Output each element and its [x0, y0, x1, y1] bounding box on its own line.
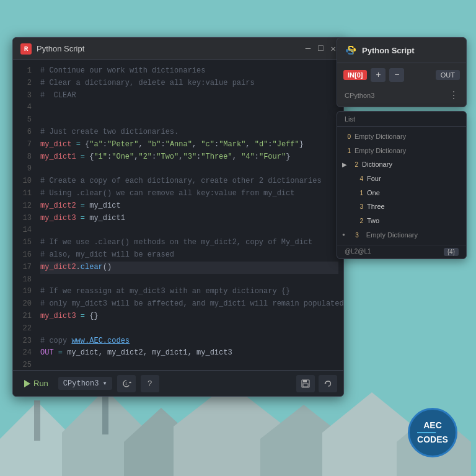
window-title: Python Script [37, 44, 84, 53]
chevron-down-icon: ▾ [102, 379, 107, 388]
script-icon-button[interactable]: 3 [117, 375, 136, 392]
list-subitem-3[interactable]: 3 Three [337, 200, 466, 214]
save-button[interactable] [296, 375, 315, 392]
window-controls: — □ ✕ [306, 43, 336, 54]
run-button[interactable]: Run [19, 376, 53, 390]
window-titlebar: R Python Script — □ ✕ [13, 38, 343, 60]
widget-title: Python Script [362, 46, 415, 55]
code-line-3: # CLEAR [40, 90, 338, 102]
code-line-16: # also, my_dict will be erased [40, 249, 338, 262]
python-script-widget: Python Script IN[0] + − OUT CPython3 ⋮ [337, 37, 467, 107]
play-icon [24, 380, 30, 387]
toolbar-right [296, 375, 337, 392]
list-items-container: 0 Empty Dictionary 1 Empty Dictionary ▶ … [337, 127, 466, 245]
code-line-7: my_dict = {"a":"Peter", "b":"Anna", "c":… [40, 139, 338, 151]
code-line-19: # If we reassign at my_dict3 with an emp… [40, 286, 338, 298]
code-line-15: # If we use .clear() methods on the my_d… [40, 237, 338, 249]
interpreter-label: CPython3 [345, 92, 374, 99]
code-line-14 [40, 224, 338, 237]
code-line-1: # Continue our work with dictionaries [40, 65, 338, 77]
list-footer: @L2@L1 {4} [337, 245, 466, 258]
list-item-2[interactable]: ▶ 2 Dictionary [337, 157, 466, 172]
list-widget-header: List [337, 112, 466, 127]
code-line-11: # Using .clear() we can remove all key:v… [40, 188, 338, 200]
line-numbers: 12345 678910 1112131415 1617181920 21222… [13, 65, 35, 365]
svg-rect-7 [34, 400, 40, 441]
more-options-button[interactable]: ⋮ [449, 89, 459, 102]
list-subitem-1[interactable]: 1 One [337, 186, 466, 200]
code-line-25 [40, 359, 338, 365]
undo-button[interactable] [319, 375, 337, 392]
window-app-icon: R [20, 43, 32, 55]
save-icon [301, 379, 310, 388]
code-line-20: # only my_dict3 will be affected, and my… [40, 298, 338, 311]
list-subitem-4[interactable]: 4 Four [337, 172, 466, 186]
list-item-1[interactable]: 1 Empty Dictionary [337, 144, 466, 158]
widget-io-row: IN[0] + − OUT [337, 63, 466, 87]
code-line-9 [40, 163, 338, 175]
code-line-13: my_dict3 = my_dict1 [40, 213, 338, 225]
code-line-4 [40, 102, 338, 114]
list-count-badge: {4} [444, 248, 459, 256]
widget-interpreter-row: CPython3 ⋮ [337, 87, 466, 107]
svg-point-14 [350, 46, 351, 47]
output-button[interactable]: OUT [436, 70, 460, 80]
svg-rect-13 [303, 384, 308, 387]
code-line-17: my_dict2.clear() [40, 262, 338, 274]
interpreter-selector[interactable]: CPython3 ▾ [58, 377, 112, 390]
list-item-0[interactable]: 0 Empty Dictionary [337, 130, 466, 144]
window-title-left: R Python Script [20, 43, 84, 55]
aec-logo-text: AEC CODES [417, 420, 448, 445]
code-line-23: # copy www.AEC.codes [40, 335, 338, 348]
code-area: 12345 678910 1112131415 1617181920 21222… [13, 60, 343, 370]
list-item-3[interactable]: 3 Empty Dictionary [337, 228, 466, 242]
aec-logo: AEC CODES [408, 408, 457, 457]
list-subitem-2[interactable]: 2 Two [337, 214, 466, 228]
help-button[interactable]: ? [141, 375, 159, 392]
minus-button[interactable]: − [389, 68, 404, 82]
question-icon: ? [148, 379, 152, 388]
aec-logo-divider [417, 432, 436, 433]
undo-icon [324, 379, 332, 388]
minimize-button[interactable]: — [306, 43, 311, 54]
code-line-18 [40, 274, 338, 286]
list-output-widget: List 0 Empty Dictionary 1 Empty Dictiona… [337, 111, 467, 259]
svg-rect-12 [303, 380, 307, 382]
plus-button[interactable]: + [371, 68, 386, 82]
bottom-toolbar: Run CPython3 ▾ 3 ? [13, 370, 343, 396]
python-icon [345, 44, 357, 56]
close-button[interactable]: ✕ [331, 43, 336, 54]
input-badge[interactable]: IN[0] [343, 70, 367, 80]
maximize-button[interactable]: □ [318, 43, 323, 54]
code-line-2: # Clear a dictionary, delete all key:val… [40, 77, 338, 90]
code-line-24: OUT = my_dict, my_dict2, my_dict1, my_di… [40, 347, 338, 359]
svg-text:3: 3 [125, 381, 128, 386]
right-panel: Python Script IN[0] + − OUT CPython3 ⋮ L… [337, 37, 467, 259]
code-line-22 [40, 323, 338, 335]
code-line-5 [40, 114, 338, 126]
svg-point-15 [351, 53, 353, 55]
code-line-8: my_dict1 = {"1":"One","2":"Two","3":"Thr… [40, 151, 338, 164]
code-line-10: # Create a copy of each dictionary, crea… [40, 175, 338, 188]
code-line-12: my_dict2 = my_dict [40, 200, 338, 213]
code-line-6: # Just create two dictionaries. [40, 126, 338, 139]
refresh-icon: 3 [121, 379, 131, 389]
svg-marker-9 [24, 380, 30, 387]
widget-header: Python Script [337, 38, 466, 63]
list-position: @L2@L1 [345, 248, 371, 256]
expand-icon-2: ▶ [342, 159, 347, 170]
code-editor-window: R Python Script — □ ✕ 12345 678910 11121… [12, 37, 344, 397]
code-line-21: my_dict3 = {} [40, 311, 338, 323]
code-content: # Continue our work with dictionaries # … [35, 65, 343, 365]
